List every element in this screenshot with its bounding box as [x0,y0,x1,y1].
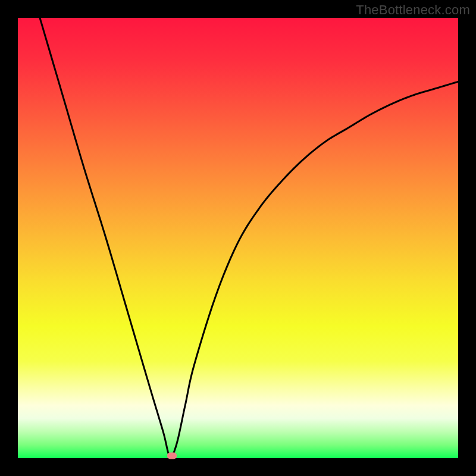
background-gradient [18,18,458,458]
svg-rect-0 [18,18,458,458]
optimal-marker [167,453,177,459]
watermark-text: TheBottleneck.com [356,2,470,18]
plot-frame [18,18,458,458]
